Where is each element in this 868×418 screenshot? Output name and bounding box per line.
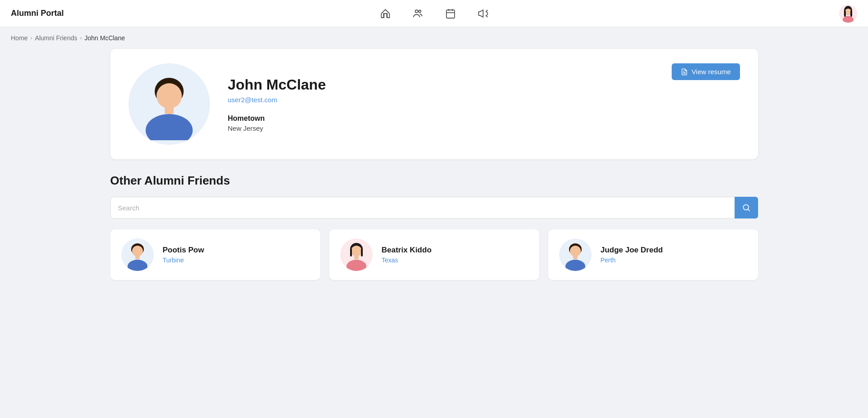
svg-line-23 <box>748 209 749 211</box>
svg-point-0 <box>415 10 418 13</box>
svg-point-11 <box>845 9 851 15</box>
alumni-name-1: Beatrix Kiddo <box>382 246 432 255</box>
alumni-location-1: Texas <box>382 256 432 264</box>
profile-card: John McClane user2@test.com Hometown New… <box>110 49 758 159</box>
svg-rect-39 <box>573 256 578 259</box>
profile-hometown-value: New Jersey <box>228 124 740 132</box>
megaphone-nav-icon[interactable] <box>478 8 489 19</box>
svg-point-17 <box>157 83 182 109</box>
svg-line-8 <box>486 15 488 17</box>
svg-point-38 <box>570 246 581 256</box>
alumni-info-1: Beatrix Kiddo Texas <box>382 246 432 264</box>
svg-rect-32 <box>354 256 359 259</box>
svg-point-26 <box>132 246 143 256</box>
profile-info: John McClane user2@test.com Hometown New… <box>228 76 740 132</box>
list-item[interactable]: Beatrix Kiddo Texas <box>329 229 539 280</box>
svg-rect-14 <box>850 10 852 17</box>
home-nav-icon[interactable] <box>380 8 391 19</box>
alumni-nav-icon[interactable] <box>413 8 423 19</box>
svg-rect-27 <box>135 256 140 259</box>
main-content: John McClane user2@test.com Hometown New… <box>100 49 769 291</box>
app-title: Alumni Portal <box>11 9 64 18</box>
breadcrumb: Home › Alumni Friends › John McClane <box>0 27 868 49</box>
other-alumni-title: Other Alumni Friends <box>110 174 758 188</box>
breadcrumb-sep-2: › <box>80 35 82 41</box>
svg-point-22 <box>743 204 749 210</box>
svg-rect-35 <box>361 248 363 256</box>
alumni-info-2: Judge Joe Dredd Perth <box>601 246 663 264</box>
alumni-name-2: Judge Joe Dredd <box>601 246 663 255</box>
svg-rect-13 <box>844 10 846 17</box>
profile-email[interactable]: user2@test.com <box>228 96 740 104</box>
alumni-grid: Pootis Pow Turbine Beatrix Kiddo Texas <box>110 229 758 280</box>
view-resume-button[interactable]: View resume <box>672 63 740 80</box>
svg-rect-2 <box>446 10 455 18</box>
list-item[interactable]: Judge Joe Dredd Perth <box>548 229 758 280</box>
search-input[interactable] <box>110 197 735 218</box>
alumni-avatar-2 <box>559 238 592 271</box>
breadcrumb-alumni-friends[interactable]: Alumni Friends <box>35 34 77 42</box>
svg-point-31 <box>351 246 362 256</box>
main-nav <box>380 8 489 19</box>
search-bar <box>110 197 758 218</box>
alumni-location-0: Turbine <box>163 256 204 264</box>
search-button[interactable] <box>735 197 758 218</box>
profile-name: John McClane <box>228 76 740 93</box>
alumni-avatar-0 <box>121 238 154 271</box>
calendar-nav-icon[interactable] <box>445 8 456 19</box>
view-resume-label: View resume <box>692 68 730 76</box>
alumni-location-2: Perth <box>601 256 663 264</box>
alumni-name-0: Pootis Pow <box>163 246 204 255</box>
user-avatar-header[interactable] <box>839 5 857 23</box>
svg-line-6 <box>486 10 488 12</box>
list-item[interactable]: Pootis Pow Turbine <box>110 229 320 280</box>
svg-rect-34 <box>350 248 352 256</box>
breadcrumb-current: John McClane <box>85 34 125 42</box>
profile-hometown-label: Hometown <box>228 114 740 123</box>
breadcrumb-home[interactable]: Home <box>11 34 28 42</box>
svg-point-1 <box>418 10 421 12</box>
profile-avatar <box>128 63 210 145</box>
alumni-info-0: Pootis Pow Turbine <box>163 246 204 264</box>
breadcrumb-sep-1: › <box>30 35 32 41</box>
header: Alumni Portal <box>0 0 868 27</box>
alumni-avatar-1 <box>340 238 373 271</box>
svg-rect-19 <box>165 106 174 114</box>
user-avatar-icon[interactable] <box>839 5 857 23</box>
